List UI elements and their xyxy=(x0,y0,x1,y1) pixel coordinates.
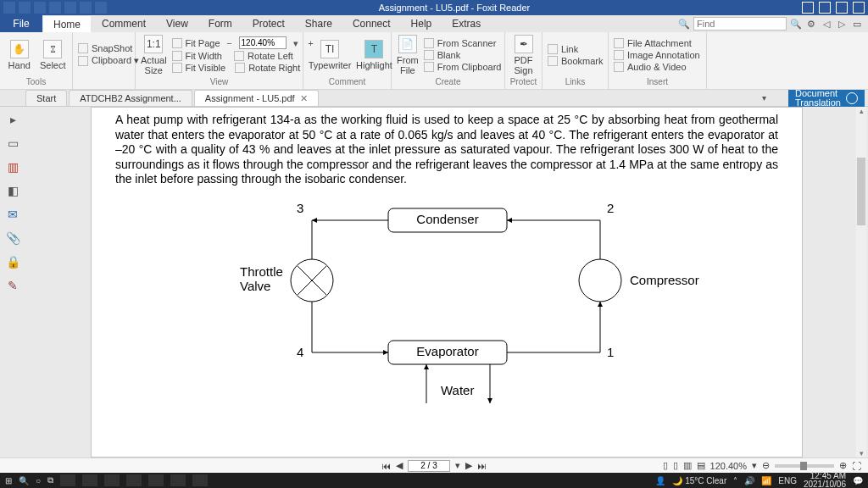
image-annotation-button[interactable]: Image Annotation xyxy=(614,50,700,60)
ribbon-tab-connect[interactable]: Connect xyxy=(342,15,401,32)
security-panel-icon[interactable]: 🔒 xyxy=(5,254,20,269)
page-number-input[interactable] xyxy=(408,460,450,472)
doc-tab-atd[interactable]: ATDCHB2 Assignment... xyxy=(69,90,192,106)
ribbon-tab-protect[interactable]: Protect xyxy=(242,15,295,32)
document-translation-button[interactable]: Document Translation xyxy=(788,90,865,107)
taskbar-app[interactable] xyxy=(82,474,97,486)
doc-tab-start[interactable]: Start xyxy=(25,90,67,106)
ribbon-tab-home[interactable]: Home xyxy=(42,15,92,32)
highlight-button[interactable]: THighlight xyxy=(356,40,392,70)
fit-visible-button[interactable]: Fit Visible Rotate Right xyxy=(172,63,317,73)
qat-print-icon[interactable] xyxy=(49,2,61,14)
qat-save-icon[interactable] xyxy=(34,2,46,14)
weather-widget[interactable]: 🌙 15°C Clear xyxy=(672,476,726,485)
zoom-in-icon[interactable]: ⊕ xyxy=(839,460,847,471)
ribbon-tab-help[interactable]: Help xyxy=(401,15,442,32)
prev-page-icon[interactable]: ◀ xyxy=(396,460,403,471)
language-indicator[interactable]: ENG xyxy=(778,476,797,485)
hand-button[interactable]: ✋Hand xyxy=(5,40,34,70)
people-icon[interactable]: 👤 xyxy=(655,476,665,485)
pages-panel-icon[interactable]: ▥ xyxy=(5,159,20,175)
ribbon-tab-view[interactable]: View xyxy=(156,15,198,32)
ribbon-tab-extras[interactable]: Extras xyxy=(442,15,491,32)
bookmark-button[interactable]: Bookmark xyxy=(548,56,604,66)
clipboard-button[interactable]: Clipboard ▾ xyxy=(78,55,139,66)
wifi-icon[interactable]: 📶 xyxy=(761,476,771,485)
single-page-icon[interactable]: ▯ xyxy=(663,460,668,471)
find-advanced-icon[interactable]: 🔍 xyxy=(790,18,802,30)
typewriter-button[interactable]: TITypewriter xyxy=(309,40,351,70)
bookmarks-panel-icon[interactable]: ▭ xyxy=(5,136,20,151)
qat-email-icon[interactable] xyxy=(64,2,76,14)
taskbar-app[interactable] xyxy=(60,474,75,486)
taskbar-app[interactable] xyxy=(170,474,186,486)
taskview-icon[interactable]: ⧉ xyxy=(47,475,53,485)
cortana-icon[interactable]: ○ xyxy=(36,476,41,485)
zoom-input[interactable] xyxy=(239,36,287,49)
from-file-button[interactable]: 📄From File xyxy=(397,35,419,75)
qat-icon[interactable] xyxy=(3,2,15,14)
qat-undo-icon[interactable] xyxy=(80,2,92,14)
find-next-icon[interactable]: ▷ xyxy=(836,18,848,30)
fit-page-button[interactable]: Fit Page − ▾ + xyxy=(172,36,317,49)
first-page-icon[interactable]: ⏮ xyxy=(381,461,391,471)
zoom-out-icon[interactable]: ⊖ xyxy=(762,460,770,471)
close-tab-icon[interactable]: ✕ xyxy=(300,93,308,104)
pdf-sign-button[interactable]: ✒PDF Sign xyxy=(510,35,537,75)
zoom-dropdown-icon[interactable]: ▾ xyxy=(290,37,302,49)
zoom-dropdown-icon[interactable]: ▾ xyxy=(752,460,757,471)
ribbon-tab-form[interactable]: Form xyxy=(198,15,242,32)
layers-panel-icon[interactable]: ◧ xyxy=(5,183,20,198)
ribbon-collapse-icon[interactable]: ▭ xyxy=(851,18,863,30)
link-button[interactable]: Link xyxy=(548,44,604,54)
taskbar-app[interactable] xyxy=(148,474,164,486)
from-scanner-button[interactable]: From Scanner xyxy=(424,38,502,48)
scroll-up-icon[interactable]: ▴ xyxy=(856,107,866,115)
close-icon[interactable] xyxy=(853,2,865,14)
tab-overflow-icon[interactable]: ▾ xyxy=(762,93,766,103)
snapshot-button[interactable]: SnapShot xyxy=(78,43,139,53)
blank-button[interactable]: Blank xyxy=(424,50,502,60)
last-page-icon[interactable]: ⏭ xyxy=(477,461,487,471)
find-input[interactable] xyxy=(693,17,787,30)
from-clipboard-button[interactable]: From Clipboard xyxy=(424,62,502,72)
start-icon[interactable]: ⊞ xyxy=(5,476,12,485)
comments-panel-icon[interactable]: ✉ xyxy=(5,207,20,222)
next-page-icon[interactable]: ▶ xyxy=(465,460,472,471)
qat-redo-icon[interactable] xyxy=(95,2,107,14)
tray-chevron-icon[interactable]: ˄ xyxy=(733,476,737,485)
page-dropdown-icon[interactable]: ▾ xyxy=(455,460,460,471)
taskbar-app[interactable] xyxy=(126,474,142,486)
fit-width-button[interactable]: Fit Width Rotate Left xyxy=(172,51,317,61)
search-icon[interactable]: 🔍 xyxy=(19,476,29,485)
sound-icon[interactable]: 🔊 xyxy=(744,476,754,485)
doc-tab-current[interactable]: Assignment - LU5.pdf✕ xyxy=(194,90,319,106)
facing-icon[interactable]: ▥ xyxy=(683,460,692,471)
scroll-down-icon[interactable]: ▾ xyxy=(856,449,866,458)
notifications-icon[interactable]: 💬 xyxy=(853,476,863,485)
audio-video-button[interactable]: Audio & Video xyxy=(614,62,700,72)
vertical-scrollbar[interactable]: ▴ ▾ xyxy=(856,107,866,458)
signatures-panel-icon[interactable]: ✎ xyxy=(5,278,20,293)
zoom-slider[interactable] xyxy=(775,464,834,468)
app-menu-icon[interactable] xyxy=(802,2,814,14)
ribbon-tab-share[interactable]: Share xyxy=(295,15,342,32)
scroll-thumb[interactable] xyxy=(857,158,865,225)
file-attachment-button[interactable]: File Attachment xyxy=(614,38,700,48)
continuous-facing-icon[interactable]: ▤ xyxy=(697,460,705,471)
fullscreen-icon[interactable]: ⛶ xyxy=(852,461,861,471)
maximize-icon[interactable] xyxy=(836,2,848,14)
find-settings-icon[interactable]: ⚙ xyxy=(805,18,817,30)
taskbar-app[interactable] xyxy=(104,474,120,486)
attachments-panel-icon[interactable]: 📎 xyxy=(5,230,20,246)
find-prev-icon[interactable]: ◁ xyxy=(821,18,832,30)
zoom-out-icon[interactable]: − xyxy=(224,37,236,49)
continuous-icon[interactable]: ▯ xyxy=(673,460,678,471)
select-button[interactable]: ꞮSelect xyxy=(39,40,68,70)
ribbon-tab-file[interactable]: File xyxy=(0,15,42,32)
actual-size-button[interactable]: 1:1Actual Size xyxy=(141,35,167,75)
ribbon-tab-comment[interactable]: Comment xyxy=(92,15,156,32)
taskbar-app[interactable] xyxy=(192,474,208,486)
minimize-icon[interactable] xyxy=(819,2,831,14)
clock[interactable]: 12:45 AM2021/10/06 xyxy=(804,472,846,488)
